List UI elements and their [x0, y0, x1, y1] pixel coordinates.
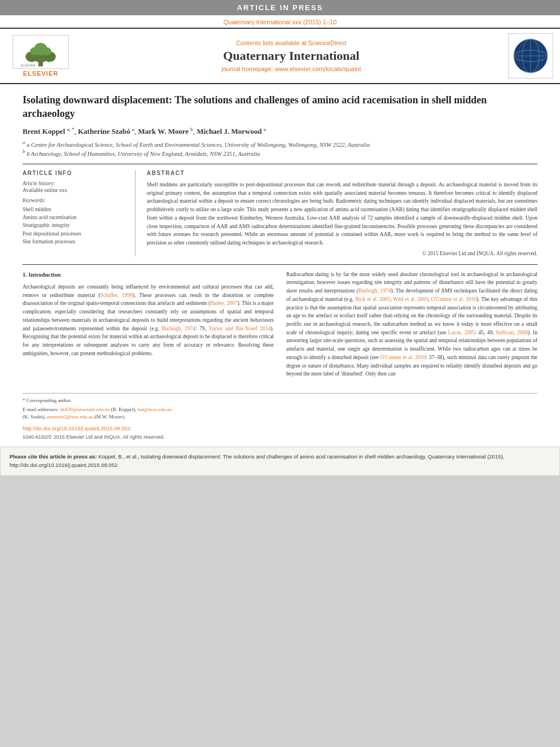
issn-line: 1040-6182/© 2015 Elsevier Ltd and INQUA.… — [23, 434, 537, 442]
science-direct-name[interactable]: ScienceDirect — [308, 40, 347, 46]
oconnor2-link[interactable]: O'Connor et al. 2010 — [380, 355, 426, 360]
morwood-affil: a — [264, 126, 266, 132]
history-label: Article history: — [23, 181, 127, 186]
email2[interactable]: kat@uow.edu.au — [138, 407, 172, 412]
science-direct-prefix: Contents lists available at — [236, 40, 308, 46]
journal-homepage: journal homepage: www.elsevier.com/locat… — [80, 65, 502, 72]
abstract-text: Shell middens are particularly susceptib… — [147, 181, 537, 247]
affil-a-text: a Centre for Archaeological Science, Sch… — [27, 141, 370, 147]
lucas-link[interactable]: Lucas, 2005 — [448, 330, 475, 335]
moore-affil: b — [190, 126, 193, 132]
keywords-label: Keywords: — [23, 198, 127, 203]
journal-citation-text: Quaternary International xxx (2015) 1–10 — [224, 19, 337, 25]
burleigh-link[interactable]: Burleigh, 1974 — [162, 326, 195, 331]
section-number: 1. — [23, 272, 27, 278]
svg-point-5 — [30, 47, 39, 55]
section-title: Introduction — [29, 272, 61, 278]
body-right-col: Radiocarbon dating is by far the most wi… — [286, 270, 537, 382]
article-info-title: ARTICLE INFO — [23, 170, 127, 176]
keyword-shell-midden: Shell midden — [23, 206, 127, 213]
citation-box-label: Please cite this article in press as: — [10, 453, 98, 460]
main-content: Isolating downward displacement: The sol… — [0, 84, 560, 393]
journal-header: ELSEVIER ELSEVIER Contents lists availab… — [0, 28, 560, 84]
journal-citation: Quaternary International xxx (2015) 1–10 — [0, 15, 560, 28]
article-info-col: ARTICLE INFO Article history: Available … — [23, 170, 135, 256]
copyright-line: © 2015 Elsevier Ltd and INQUA. All right… — [147, 251, 537, 256]
history-value: Available online xxx — [23, 187, 127, 193]
author-koppel: Brent Koppel — [23, 127, 65, 136]
keywords-list: Shell midden Amino acid racemisation Str… — [23, 206, 127, 246]
sullivan-link[interactable]: Sullivan, 2008 — [496, 330, 528, 335]
journal-logo-right — [508, 33, 553, 78]
elsevier-tree-icon: ELSEVIER — [18, 37, 63, 68]
elsevier-label: ELSEVIER — [23, 70, 58, 77]
journal-center-info: Contents lists available at ScienceDirec… — [80, 40, 502, 72]
rick-link[interactable]: Rick et al. 2005 — [355, 296, 390, 302]
intro-left-para: Archaeological deposits are constantly b… — [23, 283, 274, 357]
bailey-link[interactable]: Bailey, 2007 — [211, 300, 238, 306]
wild-link[interactable]: Wild et al. 2005 — [393, 296, 428, 302]
affil-a: a a Centre for Archaeological Science, S… — [23, 139, 537, 148]
email-prefix: E-mail addresses: — [23, 407, 60, 412]
article-info-abstract-section: ARTICLE INFO Article history: Available … — [23, 164, 537, 256]
body-left-col: 1. Introduction Archaeological deposits … — [23, 270, 274, 382]
section-divider — [23, 264, 537, 265]
email1-name: (B. Koppel), — [111, 407, 137, 412]
szabo-affil: a — [132, 126, 134, 132]
article-in-press-banner: ARTICLE IN PRESS — [0, 0, 560, 15]
affil-b: b b Archaeology, School of Humanities, U… — [23, 148, 537, 157]
email3[interactable]: mmoore2@une.edu.au — [47, 414, 94, 420]
doi-line[interactable]: http://dx.doi.org/10.1016/j.quaint.2015.… — [23, 425, 537, 433]
authors-line: Brent Koppel a, *, Katherine Szabó a, Ma… — [23, 126, 537, 136]
svg-point-6 — [42, 47, 51, 55]
corresponding-author-note: * Corresponding author. — [23, 397, 537, 405]
homepage-prefix: journal homepage: — [221, 65, 274, 72]
schiffer-link[interactable]: Schiffer, 1996 — [100, 292, 133, 298]
abstract-title: ABSTRACT — [147, 170, 537, 176]
author-szabo: Katherine Szabó — [78, 127, 130, 136]
keyword-amino-acid: Amino acid racemisation — [23, 213, 127, 221]
affil-b-text: b Archaeology, School of Humanities, Uni… — [27, 151, 260, 157]
citation-box: Please cite this article in press as: Ko… — [0, 447, 560, 475]
authors-text: Brent Koppel a, *, Katherine Szabó a, Ma… — [23, 127, 266, 136]
elsevier-logo-img: ELSEVIER — [12, 35, 69, 69]
intro-right-para: Radiocarbon dating is by far the most wi… — [286, 270, 537, 378]
intro-heading: 1. Introduction — [23, 270, 274, 279]
page: ARTICLE IN PRESS Quaternary Internationa… — [0, 0, 560, 476]
science-direct-link: Contents lists available at ScienceDirec… — [80, 40, 502, 46]
koppel-affil: a, * — [67, 126, 75, 132]
oconnor-link[interactable]: O'Connor et al. 2010 — [431, 296, 477, 302]
svg-text:ELSEVIER: ELSEVIER — [21, 64, 36, 67]
affiliations: a a Centre for Archaeological Science, S… — [23, 139, 537, 157]
taylor-link[interactable]: Taylor and Bar-Yosef 2014 — [209, 326, 271, 331]
email-addresses: E-mail addresses: bk830@uowmail.edu.au (… — [23, 406, 537, 421]
homepage-url[interactable]: www.elsevier.com/locate/quaint — [275, 65, 361, 72]
journal-title-heading: Quaternary International — [80, 49, 502, 63]
abstract-col: ABSTRACT Shell middens are particularly … — [147, 170, 537, 256]
article-title: Isolating downward displacement: The sol… — [23, 93, 537, 121]
burleigh-2-link[interactable]: Burleigh, 1974 — [358, 288, 391, 294]
keyword-post-depositional: Post depositional processes — [23, 230, 127, 238]
email2-suffix: (K. Szabó), — [23, 414, 46, 420]
email1[interactable]: bk830@uowmail.edu.au — [60, 407, 110, 412]
email3-suffix: (M.W. Moore). — [95, 414, 126, 420]
body-two-col: 1. Introduction Archaeological deposits … — [23, 270, 537, 387]
keyword-stratigraphic: Stratigraphic integrity — [23, 221, 127, 229]
footnote-area: * Corresponding author. E-mail addresses… — [23, 393, 537, 441]
elsevier-logo: ELSEVIER ELSEVIER — [7, 35, 75, 77]
author-morwood: Michael J. Morwood — [196, 127, 261, 136]
author-moore: Mark W. Moore — [138, 127, 189, 136]
banner-text: ARTICLE IN PRESS — [237, 3, 323, 12]
globe-icon — [511, 36, 550, 76]
keyword-site-formation: Site formation processes — [23, 238, 127, 246]
